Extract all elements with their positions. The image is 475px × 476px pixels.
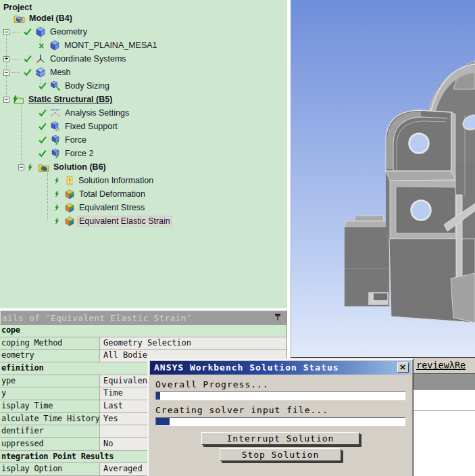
tree-item-label: Project <box>2 3 33 12</box>
tree-guide-line <box>21 105 22 167</box>
details-row-label: ype <box>0 375 100 387</box>
solver-step-label: Creating solver input file... <box>155 405 411 415</box>
details-row-label: eometry <box>0 350 100 362</box>
interrupt-solution-button[interactable]: Interrupt Solution <box>201 432 359 445</box>
lightning-icon <box>27 162 35 172</box>
tree-item-label: Solution Information <box>77 176 155 185</box>
tree-item-label: Equivalent Stress <box>78 203 146 212</box>
tree-connector <box>12 59 20 60</box>
overall-progress-label: Overall Progress... <box>155 379 411 389</box>
geometry-cube-icon <box>35 26 46 37</box>
stop-solution-button[interactable]: Stop Solution <box>220 448 341 461</box>
check-icon <box>23 27 32 37</box>
lightning-icon <box>54 176 61 185</box>
close-icon[interactable]: × <box>397 362 409 373</box>
overall-progress-bar <box>155 391 405 400</box>
tree-item-static-structural[interactable]: − Static Structural (B5) <box>3 93 114 106</box>
tree-item-equivalent-elastic-strain[interactable]: Equivalent Elastic Strain <box>54 214 172 228</box>
details-row-label: coping Method <box>0 337 100 350</box>
coordinate-axes-icon <box>35 53 46 64</box>
tree-item-label: Solution (B6) <box>52 162 107 172</box>
solution-status-dialog: ANSYS Workbench Solution Status × Overal… <box>147 358 414 476</box>
analysis-settings-icon <box>50 108 61 118</box>
collapse-expander[interactable]: − <box>3 97 9 103</box>
tree-item-label: MONT_PLAINA_MESA1 <box>63 41 159 50</box>
tree-item-model[interactable]: Model (B4) <box>14 11 74 25</box>
graphics-viewport[interactable] <box>291 0 475 358</box>
tree-item-force-2[interactable]: Force 2 <box>38 147 95 160</box>
tree-item-fixed-support[interactable]: Fixed Support <box>38 120 119 133</box>
body-cube-icon <box>49 40 60 51</box>
tree-item-total-deformation[interactable]: Total Deformation <box>54 187 147 201</box>
details-title-text: ails of ″Equivalent Elastic Strain″ <box>2 313 192 323</box>
overall-progress-fill <box>156 392 160 400</box>
fixed-support-icon <box>50 121 61 132</box>
static-structural-icon <box>12 94 24 105</box>
dialog-title-text: ANSYS Workbench Solution Status <box>154 362 339 373</box>
model-folder-icon <box>14 13 25 24</box>
tree-item-coordinate-systems[interactable]: + Coordinate Systems <box>3 52 128 66</box>
tree-item-body-sizing[interactable]: Body Sizing <box>38 79 111 93</box>
collapse-expander[interactable]: − <box>18 164 24 170</box>
tree-item-label: Geometry <box>49 27 89 37</box>
check-icon <box>38 135 47 145</box>
solution-folder-icon <box>38 162 49 173</box>
tree-connector <box>12 72 20 73</box>
check-icon <box>38 81 47 91</box>
outline-tree-panel: Project Model (B4) − Geometry MONT_PLAIN… <box>0 0 287 308</box>
pin-icon[interactable] <box>274 313 282 321</box>
check-icon <box>38 122 47 131</box>
collapse-expander[interactable]: − <box>3 29 9 35</box>
solver-progress-fill <box>156 418 170 425</box>
details-row-label: uppressed <box>0 438 100 450</box>
lightning-icon <box>54 203 61 212</box>
tree-item-label: Force <box>64 135 88 145</box>
tree-item-label: Analysis Settings <box>64 108 130 118</box>
solver-progress-bar <box>155 417 405 426</box>
tree-item-equivalent-stress[interactable]: Equivalent Stress <box>54 201 146 214</box>
result-cube-icon <box>64 202 75 213</box>
result-cube-icon <box>64 189 75 199</box>
tree-connector <box>12 32 20 32</box>
details-row-value[interactable]: Geometry Selection <box>100 337 286 350</box>
solution-information-icon <box>64 175 74 186</box>
details-section-row: cope <box>0 325 286 337</box>
collapse-expander[interactable]: − <box>3 70 9 76</box>
tree-item-analysis-settings[interactable]: Analysis Settings <box>38 106 130 120</box>
sizing-icon <box>50 80 61 91</box>
tree-item-solution-information[interactable]: Solution Information <box>54 174 155 187</box>
check-icon <box>23 68 32 77</box>
tree-item-label: Static Structural (B5) <box>27 95 114 104</box>
x-mark-icon <box>38 41 47 50</box>
details-row-label: alculate Time History <box>0 413 100 425</box>
viewport-3d-model[interactable] <box>291 0 475 357</box>
force-icon <box>50 148 61 159</box>
mesh-cube-icon <box>35 67 46 78</box>
expand-expander[interactable]: + <box>3 56 9 62</box>
lightning-icon <box>54 216 61 226</box>
tree-item-solution[interactable]: − Solution (B6) <box>18 160 107 174</box>
check-icon <box>38 108 47 118</box>
result-cube-icon <box>64 216 75 227</box>
tree-item-label: Body Sizing <box>64 81 111 91</box>
dialog-title-bar[interactable]: ANSYS Workbench Solution Status × <box>150 361 411 375</box>
details-title-bar: ails of ″Equivalent Elastic Strain″ <box>0 310 286 325</box>
tree-guide-line <box>47 173 48 220</box>
tree-item-force[interactable]: Force <box>38 133 88 147</box>
details-section-label: cope <box>0 325 286 337</box>
force-icon <box>50 135 61 145</box>
check-icon <box>38 149 47 158</box>
details-row-label: dentifier <box>0 425 100 437</box>
tree-item-mont-plaina-mesa1[interactable]: MONT_PLAINA_MESA1 <box>38 39 159 52</box>
details-row[interactable]: coping Method Geometry Selection <box>0 337 286 350</box>
tree-item-geometry[interactable]: − Geometry <box>3 25 89 39</box>
lightning-icon <box>54 189 61 199</box>
details-row-label: isplay Option <box>0 463 100 475</box>
tab-report-preview[interactable]: reviewλRe <box>416 360 466 371</box>
tree-item-label: Equivalent Elastic Strain <box>78 216 172 226</box>
tree-item-label: Mesh <box>49 68 72 77</box>
check-icon <box>23 54 32 64</box>
details-row-label: y <box>0 387 100 400</box>
tree-item-mesh[interactable]: − Mesh <box>3 66 72 79</box>
tree-item-label: Fixed Support <box>64 122 119 131</box>
